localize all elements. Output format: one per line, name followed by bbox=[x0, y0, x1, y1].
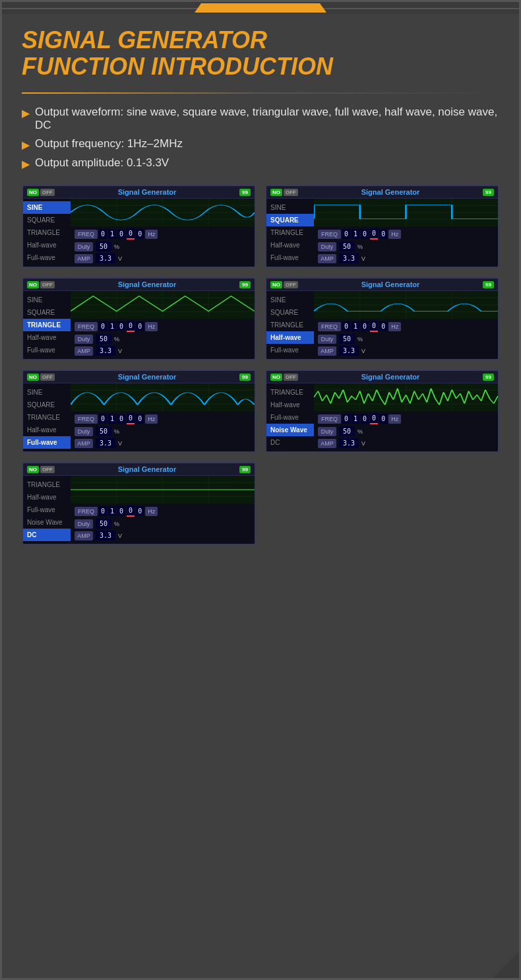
screen-title: Signal Generator bbox=[361, 373, 420, 381]
wave-item-fullwave[interactable]: Full-wave bbox=[266, 411, 314, 424]
no-off-badge: NO OFF bbox=[27, 189, 55, 196]
wave-item-noise[interactable]: Noise Wave bbox=[266, 424, 314, 436]
osc-display bbox=[71, 476, 255, 504]
wave-menu: TRIANGLE Half-wave Full-wave Noise Wave … bbox=[266, 383, 314, 451]
screen-header: NO OFF Signal Generator 99 bbox=[23, 463, 255, 476]
freq-row: FREQ 0 1 0 0 0 Hz bbox=[318, 228, 494, 240]
freq-row: FREQ 0 1 0 0 0 Hz bbox=[318, 413, 494, 424]
wave-item-halfwave[interactable]: Half-wave bbox=[23, 491, 71, 504]
duty-row: Duty 50 % bbox=[318, 242, 494, 251]
wave-menu: SINE SQUARE TRIANGLE Half-wave Full-wave bbox=[266, 199, 314, 267]
feature-list: ▶ Output waveform: sine wave, square wav… bbox=[22, 106, 499, 170]
controls-area: FREQ 0 1 0 0 0 Hz Duty 50 bbox=[71, 319, 255, 359]
wave-item-sine[interactable]: SINE bbox=[266, 294, 314, 306]
controls-area: FREQ 0 1 0 0 0 Hz Duty 50 bbox=[71, 504, 255, 544]
amp-row: AMP 3.3 V bbox=[75, 531, 251, 540]
wave-item-halfwave[interactable]: Half-wave bbox=[23, 424, 71, 436]
feature-item: ▶ Output waveform: sine wave, square wav… bbox=[22, 106, 499, 132]
wave-item-dc[interactable]: DC bbox=[266, 436, 314, 449]
wave-item-halfwave[interactable]: Half-wave bbox=[23, 331, 71, 344]
wave-menu: SINE SQUARE TRIANGLE Half-wave Full-wave bbox=[23, 291, 71, 359]
wave-menu: SINE SQUARE TRIANGLE Half-wave Full-wave bbox=[23, 199, 71, 267]
amp-row: AMP 3.3 V bbox=[75, 346, 251, 356]
battery-badge: 99 bbox=[239, 189, 251, 196]
wave-menu: SINE SQUARE TRIANGLE Half-wave Full-wave bbox=[266, 291, 314, 359]
top-bar bbox=[2, 2, 519, 14]
wave-item-triangle[interactable]: TRIANGLE bbox=[266, 386, 314, 399]
wave-item-sine[interactable]: SINE bbox=[23, 386, 71, 399]
wave-item-triangle[interactable]: TRIANGLE bbox=[266, 319, 314, 331]
screen-dc: NO OFF Signal Generator 99 TRIANGLE Half… bbox=[22, 462, 256, 545]
wave-item-sine[interactable]: SINE bbox=[23, 294, 71, 306]
wave-item-halfwave[interactable]: Half-wave bbox=[266, 399, 314, 411]
wave-item-fullwave[interactable]: Full-wave bbox=[266, 251, 314, 264]
wave-item-triangle[interactable]: TRIANGLE bbox=[23, 478, 71, 491]
screen-header: NO OFF Signal Generator 99 bbox=[266, 371, 498, 383]
screen-noise: NO OFF Signal Generator 99 TRIANGLE Half… bbox=[265, 370, 499, 453]
screens-grid: NO OFF Signal Generator 99 SINE SQUARE T… bbox=[22, 185, 499, 545]
amp-row: AMP 3.3 V bbox=[318, 253, 494, 263]
wave-menu: SINE SQUARE TRIANGLE Half-wave Full-wave bbox=[23, 383, 71, 451]
wave-item-fullwave[interactable]: Full-wave bbox=[23, 436, 71, 449]
screen-title: Signal Generator bbox=[118, 188, 177, 196]
amp-row: AMP 3.3 V bbox=[318, 346, 494, 356]
osc-display bbox=[71, 199, 255, 226]
duty-row: Duty 50 % bbox=[75, 334, 251, 344]
wave-item-sine[interactable]: SINE bbox=[266, 201, 314, 214]
feature-item: ▶ Output amplitude: 0.1-3.3V bbox=[22, 156, 499, 170]
wave-menu: TRIANGLE Half-wave Full-wave Noise Wave … bbox=[23, 476, 71, 544]
wave-item-halfwave[interactable]: Half-wave bbox=[266, 239, 314, 251]
controls-area: FREQ 0 1 0 0 0 Hz Duty 50 bbox=[314, 411, 498, 451]
screen-body: SINE SQUARE TRIANGLE Half-wave Full-wave bbox=[23, 291, 255, 359]
wave-item-fullwave[interactable]: Full-wave bbox=[23, 251, 71, 264]
no-off-badge: NO OFF bbox=[270, 374, 298, 381]
amp-row: AMP 3.3 V bbox=[75, 253, 251, 263]
screen-body: SINE SQUARE TRIANGLE Half-wave Full-wave bbox=[266, 199, 498, 267]
osc-display bbox=[71, 383, 255, 411]
bottom-corner-decoration bbox=[493, 952, 519, 978]
osc-display bbox=[314, 383, 498, 411]
controls-area: FREQ 0 1 0 0 0 Hz Duty 50 bbox=[71, 411, 255, 451]
main-content: SIGNAL GENERATOR FUNCTION INTRODUCTION ▶… bbox=[2, 14, 519, 565]
wave-item-noise[interactable]: Noise Wave bbox=[23, 516, 71, 529]
arrow-icon: ▶ bbox=[22, 107, 30, 119]
wave-item-fullwave[interactable]: Full-wave bbox=[23, 344, 71, 356]
wave-item-square[interactable]: SQUARE bbox=[266, 214, 314, 226]
arrow-icon: ▶ bbox=[22, 139, 30, 151]
wave-item-halfwave[interactable]: Half-wave bbox=[266, 331, 314, 344]
osc-display bbox=[314, 291, 498, 319]
wave-item-square[interactable]: SQUARE bbox=[23, 399, 71, 411]
duty-row: Duty 50 % bbox=[75, 426, 251, 436]
no-off-badge: NO OFF bbox=[270, 189, 298, 196]
no-off-badge: NO OFF bbox=[27, 374, 55, 381]
wave-item-square[interactable]: SQUARE bbox=[23, 214, 71, 226]
screen-triangle: NO OFF Signal Generator 99 SINE SQUARE T… bbox=[22, 277, 256, 360]
wave-item-halfwave[interactable]: Half-wave bbox=[23, 239, 71, 251]
screen-sine: NO OFF Signal Generator 99 SINE SQUARE T… bbox=[22, 185, 256, 268]
screen-header: NO OFF Signal Generator 99 bbox=[23, 371, 255, 383]
screen-title: Signal Generator bbox=[361, 188, 420, 196]
wave-item-square[interactable]: SQUARE bbox=[23, 306, 71, 319]
duty-row: Duty 50 % bbox=[75, 519, 251, 529]
no-off-badge: NO OFF bbox=[27, 281, 55, 288]
battery-badge: 99 bbox=[239, 466, 251, 473]
wave-item-fullwave[interactable]: Full-wave bbox=[266, 344, 314, 356]
wave-item-triangle[interactable]: TRIANGLE bbox=[266, 226, 314, 239]
battery-badge: 99 bbox=[239, 281, 251, 288]
main-title: SIGNAL GENERATOR FUNCTION INTRODUCTION bbox=[22, 27, 499, 79]
wave-item-triangle[interactable]: TRIANGLE bbox=[23, 411, 71, 424]
freq-row: FREQ 0 1 0 0 0 Hz bbox=[75, 321, 251, 332]
wave-item-triangle[interactable]: TRIANGLE bbox=[23, 319, 71, 331]
screen-body: TRIANGLE Half-wave Full-wave Noise Wave … bbox=[266, 383, 498, 451]
battery-badge: 99 bbox=[239, 374, 251, 381]
screen-header: NO OFF Signal Generator 99 bbox=[23, 278, 255, 291]
wave-item-dc[interactable]: DC bbox=[23, 529, 71, 541]
wave-item-sine[interactable]: SINE bbox=[23, 201, 71, 214]
outer-border: SIGNAL GENERATOR FUNCTION INTRODUCTION ▶… bbox=[0, 0, 521, 980]
wave-item-fullwave[interactable]: Full-wave bbox=[23, 504, 71, 516]
wave-item-square[interactable]: SQUARE bbox=[266, 306, 314, 319]
amp-row: AMP 3.3 V bbox=[318, 438, 494, 448]
duty-row: Duty 50 % bbox=[318, 426, 494, 436]
no-off-badge: NO OFF bbox=[270, 281, 298, 288]
wave-item-triangle[interactable]: TRIANGLE bbox=[23, 226, 71, 239]
